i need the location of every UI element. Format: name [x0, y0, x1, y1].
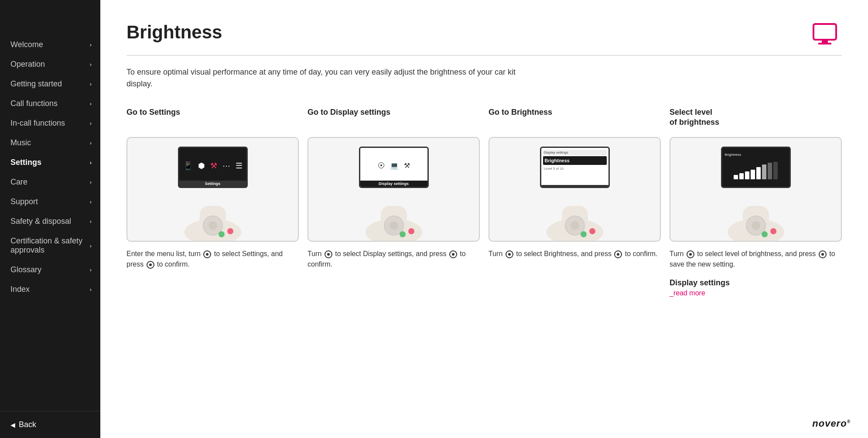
svg-point-14: [408, 228, 414, 234]
sidebar-item-call-functions[interactable]: Call functions›: [0, 94, 100, 113]
display-icon: [811, 22, 842, 48]
sidebar-chevron-index: ›: [90, 286, 92, 293]
step-1-desc: Enter the menu list, turn to select Sett…: [126, 249, 299, 270]
bar-2: [739, 173, 744, 179]
sidebar-item-operation[interactable]: Operation›: [0, 55, 100, 74]
sidebar-item-glossary[interactable]: Glossary›: [0, 260, 100, 280]
sidebar-item-care[interactable]: Care›: [0, 172, 100, 192]
sidebar-chevron-certification: ›: [90, 243, 92, 249]
dial-icon-4a: [687, 250, 694, 258]
step-4-desc: Turn to select level of brightness, and …: [670, 249, 842, 270]
sidebar-item-music[interactable]: Music›: [0, 133, 100, 153]
bar-4: [751, 170, 755, 179]
screen-icon-d3: ⚒: [404, 161, 410, 170]
sidebar-item-certification[interactable]: Certification & safety approvals›: [0, 231, 100, 260]
hand-2: [308, 180, 479, 241]
screen-icon-grid: ⋯: [222, 161, 230, 171]
sidebar-item-label-certification: Certification & safety approvals: [10, 236, 90, 255]
screen-icons-1: 📱 ⬢ ⚒ ⋯ ☰: [183, 161, 243, 171]
bar-8: [773, 162, 778, 179]
device-mock-4: Brightness: [670, 138, 841, 241]
sidebar-item-label-settings: Settings: [10, 158, 41, 167]
svg-point-6: [208, 221, 217, 230]
screen-brightness-label: Brightness: [724, 152, 788, 158]
step-1-image: 📱 ⬢ ⚒ ⋯ ☰ Settings: [126, 137, 299, 242]
steps-grid: Go to Settings 📱 ⬢ ⚒ ⋯ ☰ Settings: [126, 107, 842, 297]
step-4: Select levelof brightness Brightness: [670, 107, 842, 297]
svg-rect-1: [822, 40, 828, 43]
back-label: Back: [19, 420, 36, 429]
sidebar-item-settings[interactable]: Settings›: [0, 153, 100, 172]
step-1: Go to Settings 📱 ⬢ ⚒ ⋯ ☰ Settings: [126, 107, 299, 297]
step-2: Go to Display settings 🖸 💻 ⚒ Display set…: [308, 107, 480, 297]
dial-icon-3b: [614, 250, 622, 258]
sidebar-item-label-call-functions: Call functions: [10, 99, 58, 108]
screen-icon-wrench: ⚒: [210, 161, 217, 171]
bar-7: [768, 163, 772, 179]
sidebar-item-welcome[interactable]: Welcome›: [0, 35, 100, 55]
bar-1: [734, 175, 738, 179]
step-3-desc: Turn to select Brightness, and press to …: [489, 249, 661, 259]
sidebar-item-label-support: Support: [10, 197, 38, 206]
svg-point-13: [400, 231, 406, 237]
sidebar-item-label-safety-disposal: Safety & disposal: [10, 217, 71, 226]
sidebar-item-safety-disposal[interactable]: Safety & disposal›: [0, 212, 100, 231]
dial-icon-2a: [325, 250, 332, 258]
step-2-desc: Turn to select Display settings, and pre…: [308, 249, 480, 270]
sidebar-chevron-in-call-functions: ›: [90, 120, 92, 127]
dial-icon-1a: [203, 250, 211, 258]
related-content: Display settings _read more: [670, 278, 842, 297]
hand-svg-2: [357, 180, 431, 241]
page-header: Brightness: [126, 22, 842, 56]
sidebar-item-index[interactable]: Index›: [0, 280, 100, 299]
step-4-image: Brightness: [670, 137, 842, 242]
sidebar-chevron-getting-started: ›: [90, 81, 92, 87]
sidebar-item-label-music: Music: [10, 138, 31, 147]
brightness-bars: [730, 158, 781, 183]
bar-3: [745, 171, 749, 179]
screen-icon-bars: ☰: [236, 161, 243, 171]
dial-icon-1b: [147, 261, 154, 269]
sidebar-item-in-call-functions[interactable]: In-call functions›: [0, 113, 100, 133]
sidebar-navigation: Welcome›Operation›Getting started›Call f…: [0, 0, 100, 411]
svg-point-24: [752, 221, 760, 230]
step-2-title: Go to Display settings: [308, 107, 480, 129]
sidebar-item-support[interactable]: Support›: [0, 192, 100, 212]
step-1-title: Go to Settings: [126, 107, 299, 129]
dial-icon-4b: [819, 250, 827, 258]
sidebar-chevron-glossary: ›: [90, 267, 92, 273]
step-3: Go to Brightness Display settings Bright…: [489, 107, 661, 297]
dial-icon-2b: [449, 250, 457, 258]
novero-logo: novero®: [812, 418, 851, 429]
screen-menu-selected-3: Brightness: [543, 156, 607, 165]
sidebar-chevron-music: ›: [90, 140, 92, 146]
svg-point-25: [762, 231, 768, 237]
device-mock-2: 🖸 💻 ⚒ Display settings: [308, 138, 479, 241]
sidebar-item-getting-started[interactable]: Getting started›: [0, 74, 100, 94]
svg-point-20: [589, 228, 595, 234]
hand-1: [127, 180, 298, 241]
device-mock-1: 📱 ⬢ ⚒ ⋯ ☰ Settings: [127, 138, 298, 241]
screen-menu-sub-3: Level 5 of 10: [543, 166, 607, 171]
sidebar-chevron-settings: ›: [90, 159, 92, 166]
sidebar-item-label-care: Care: [10, 178, 27, 187]
sidebar-item-label-welcome: Welcome: [10, 40, 43, 49]
screen-icon-d1: 🖸: [378, 162, 385, 170]
related-title: Display settings: [670, 278, 730, 287]
screen-icon-bt2: ⬢: [198, 161, 205, 171]
sidebar-chevron-support: ›: [90, 198, 92, 205]
hand-svg-1: [176, 180, 250, 241]
step-2-image: 🖸 💻 ⚒ Display settings: [308, 137, 480, 242]
hand-svg-3: [538, 180, 612, 241]
svg-point-12: [390, 221, 398, 230]
sidebar-item-label-getting-started: Getting started: [10, 79, 62, 89]
svg-rect-2: [818, 43, 831, 44]
sidebar-chevron-call-functions: ›: [90, 100, 92, 107]
step-3-image: Display settings Brightness Level 5 of 1…: [489, 137, 661, 242]
related-link[interactable]: _read more: [670, 289, 705, 297]
back-button[interactable]: ◀ Back: [0, 411, 100, 438]
svg-point-8: [227, 228, 233, 234]
page-title: Brightness: [126, 22, 222, 43]
svg-point-19: [581, 231, 587, 237]
screen-icons-2: 🖸 💻 ⚒: [378, 161, 410, 170]
